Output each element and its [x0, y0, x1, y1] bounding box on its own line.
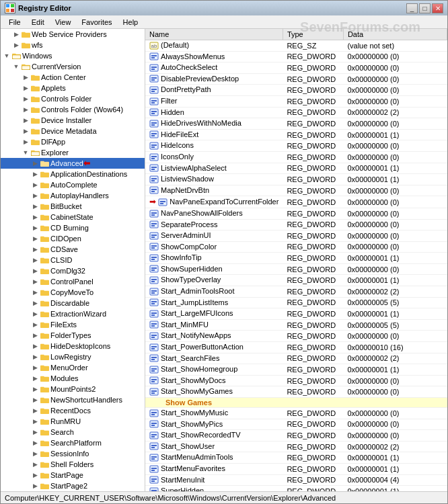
expand-btn-cabinet-state[interactable]: ▶ — [30, 212, 40, 222]
table-row[interactable]: ListviewShadowREG_DWORD0x00000001 (1) — [145, 174, 447, 185]
expand-btn-low-registry[interactable]: ▶ — [30, 352, 40, 362]
expand-btn-cd-burning[interactable]: ▶ — [30, 223, 40, 233]
expand-btn-web-service-providers[interactable]: ▶ — [11, 30, 21, 39]
expand-btn-hide-desktop-icons[interactable]: ▶ — [30, 341, 40, 351]
registry-values-pane[interactable]: Name Type Data ab (Default)REG_SZ(value … — [145, 29, 447, 491]
expand-btn-current-version[interactable]: ▼ — [11, 62, 21, 71]
tree-node-cabinet-state[interactable]: ▶ CabinetState — [1, 212, 145, 222]
tree-node-session-info[interactable]: ▶ SessionInfo — [1, 448, 145, 459]
tree-node-device-installer[interactable]: ▶ Device Installer — [1, 115, 145, 126]
menu-file[interactable]: File — [3, 17, 26, 28]
tree-node-start-page2[interactable]: ▶ StartPage2 — [1, 480, 145, 491]
expand-btn-folder-types[interactable]: ▶ — [30, 331, 40, 340]
table-row[interactable]: SuperHiddenREG_DWORD0x00000001 (1) — [145, 486, 447, 491]
expand-btn-clsid[interactable]: ▶ — [30, 255, 40, 265]
tree-node-controls-folder[interactable]: ▶ Controls Folder — [1, 93, 145, 104]
tree-node-windows[interactable]: ▼ Windows — [1, 50, 145, 61]
tree-node-advanced[interactable]: ▶ Advanced ⬅ — [1, 158, 145, 169]
table-row[interactable]: Start_JumpListItemsREG_DWORD0x00000005 (… — [145, 297, 447, 308]
tree-node-application-destinations[interactable]: ▶ ApplicationDestinations — [1, 169, 145, 179]
expand-btn-device-metadata[interactable]: ▶ — [21, 126, 30, 136]
tree-node-mount-points2[interactable]: ▶ MountPoints2 — [1, 384, 145, 394]
expand-btn-search-platform[interactable]: ▶ — [30, 438, 40, 448]
table-row[interactable]: FilterREG_DWORD0x00000000 (0) — [145, 95, 447, 107]
expand-btn-discardable[interactable]: ▶ — [30, 298, 40, 308]
menu-favorites[interactable]: Favorites — [76, 17, 117, 28]
expand-btn-comdlg32[interactable]: ▶ — [30, 266, 40, 276]
tree-node-auto-complete[interactable]: ▶ AutoComplete — [1, 179, 145, 190]
expand-btn-run-mru[interactable]: ▶ — [30, 417, 40, 426]
table-row[interactable]: Start_PowerButtonActionREG_DWORD0x000000… — [145, 342, 447, 353]
table-row[interactable]: Start_ShowMyGamesREG_DWORD0x00000000 (0) — [145, 386, 447, 398]
table-row[interactable]: Start_ShowHomegroupREG_DWORD0x00000001 (… — [145, 364, 447, 376]
tree-node-device-metadata[interactable]: ▶ Device Metadata — [1, 126, 145, 136]
expand-btn-action-center[interactable]: ▶ — [21, 73, 30, 82]
table-row[interactable]: ShowSuperHiddenREG_DWORD0x00000000 (0) — [145, 263, 447, 275]
tree-node-copy-move-to[interactable]: ▶ CopyMoveTo — [1, 287, 145, 298]
expand-btn-cdsave[interactable]: ▶ — [30, 245, 40, 254]
table-row[interactable]: Start_AdminToolsRootREG_DWORD0x00000002 … — [145, 286, 447, 298]
tree-node-low-registry[interactable]: ▶ LowRegistry — [1, 351, 145, 362]
table-row[interactable]: ServerAdminUIREG_DWORD0x00000000 (0) — [145, 230, 447, 242]
maximize-button[interactable]: □ — [419, 3, 431, 13]
table-row[interactable]: StartMenuFavoritesREG_DWORD0x00000001 (1… — [145, 463, 447, 474]
table-row[interactable]: AutoCheckSelectREG_DWORD0x00000000 (0) — [145, 62, 447, 74]
menu-edit[interactable]: Edit — [26, 17, 50, 28]
tree-node-discardable[interactable]: ▶ Discardable — [1, 298, 145, 308]
tree-node-search[interactable]: ▶ Search — [1, 427, 145, 437]
table-row[interactable]: SeparateProcessREG_DWORD0x00000000 (0) — [145, 219, 447, 230]
tree-node-clsid[interactable]: ▶ CLSID — [1, 255, 145, 265]
expand-btn-new-shortcut-handlers[interactable]: ▶ — [30, 395, 40, 405]
tree-node-modules[interactable]: ▶ Modules — [1, 373, 145, 384]
tree-node-start-page[interactable]: ▶ StartPage — [1, 470, 145, 480]
expand-btn-session-info[interactable]: ▶ — [30, 449, 40, 458]
expand-btn-start-page[interactable]: ▶ — [30, 470, 40, 480]
tree-node-action-center[interactable]: ▶ Action Center — [1, 72, 145, 83]
table-row[interactable]: Start_ShowMyPicsREG_DWORD0x00000000 (0) — [145, 419, 447, 430]
table-row[interactable]: ShowTypeOverlayREG_DWORD0x00000001 (1) — [145, 275, 447, 286]
table-row[interactable]: AlwaysShowMenusREG_DWORD0x00000000 (0) — [145, 51, 447, 62]
expand-btn-controls-folder[interactable]: ▶ — [21, 94, 30, 103]
expand-btn-cidopen[interactable]: ▶ — [30, 234, 40, 243]
tree-node-comdlg32[interactable]: ▶ ComDlg32 — [1, 265, 145, 276]
table-row[interactable]: ab (Default)REG_SZ(value not set) — [145, 40, 447, 52]
table-row[interactable]: Start_ShowMyMusicREG_DWORD0x00000000 (0) — [145, 408, 447, 419]
table-row[interactable]: MapNetDrvBtnREG_DWORD0x00000000 (0) — [145, 185, 447, 196]
tree-node-menu-order[interactable]: ▶ MenuOrder — [1, 362, 145, 373]
tree-node-cd-burning[interactable]: ▶ CD Burning — [1, 222, 145, 233]
col-data[interactable]: Data — [343, 29, 447, 40]
table-row[interactable]: StartMenuAdminToolsREG_DWORD0x00000001 (… — [145, 452, 447, 464]
expand-btn-device-installer[interactable]: ▶ — [21, 116, 30, 125]
table-row[interactable]: HideFileExtREG_DWORD0x00000001 (1) — [145, 129, 447, 140]
expand-btn-windows[interactable]: ▼ — [2, 51, 11, 60]
expand-btn-modules[interactable]: ▶ — [30, 374, 40, 383]
menu-help[interactable]: Help — [118, 17, 144, 28]
col-name[interactable]: Name — [145, 29, 283, 40]
tree-node-hide-desktop-icons[interactable]: ▶ HideDesktopIcons — [1, 341, 145, 351]
table-row[interactable]: Start_ShowUserREG_DWORD0x00000002 (2) — [145, 441, 447, 452]
table-row[interactable]: HideDrivesWithNoMediaREG_DWORD0x00000000… — [145, 118, 447, 130]
minimize-button[interactable]: _ — [406, 3, 418, 13]
tree-node-dlfapp[interactable]: ▶ DlFApp — [1, 136, 145, 147]
expand-btn-menu-order[interactable]: ▶ — [30, 363, 40, 372]
table-row[interactable]: ➡ NavPaneExpandToCurrentFolderREG_DWORD0… — [145, 196, 447, 208]
table-row[interactable]: Start_NotifyNewAppsREG_DWORD0x00000000 (… — [145, 331, 447, 342]
expand-btn-search[interactable]: ▶ — [30, 427, 40, 437]
expand-btn-advanced[interactable]: ▶ — [30, 159, 40, 168]
tree-node-wfs[interactable]: ▶ wfs — [1, 40, 145, 50]
table-row[interactable]: ShowCompColorREG_DWORD0x00000000 (0) — [145, 241, 447, 253]
tree-node-folder-types[interactable]: ▶ FolderTypes — [1, 330, 145, 341]
expand-btn-application-destinations[interactable]: ▶ — [30, 169, 40, 179]
tree-node-run-mru[interactable]: ▶ RunMRU — [1, 416, 145, 427]
tree-node-autoplay-handlers[interactable]: ▶ AutoplayHandlers — [1, 190, 145, 201]
table-row[interactable]: ShowInfoTipREG_DWORD0x00000001 (1) — [145, 253, 447, 264]
tree-node-search-platform[interactable]: ▶ SearchPlatform — [1, 437, 145, 448]
tree-node-cdsave[interactable]: ▶ CDSave — [1, 244, 145, 255]
table-row[interactable]: Start_MinMFUREG_DWORD0x00000005 (5) — [145, 319, 447, 331]
table-row[interactable]: Start_ShowMyDocsREG_DWORD0x00000000 (0) — [145, 375, 447, 386]
expand-btn-shell-folders[interactable]: ▶ — [30, 460, 40, 469]
tree-node-explorer[interactable]: ▼ Explorer — [1, 147, 145, 158]
tree-node-control-panel[interactable]: ▶ ControlPanel — [1, 276, 145, 287]
table-row[interactable]: DontPrettyPathREG_DWORD0x00000000 (0) — [145, 85, 447, 96]
tree-node-cidopen[interactable]: ▶ CIDOpen — [1, 233, 145, 244]
